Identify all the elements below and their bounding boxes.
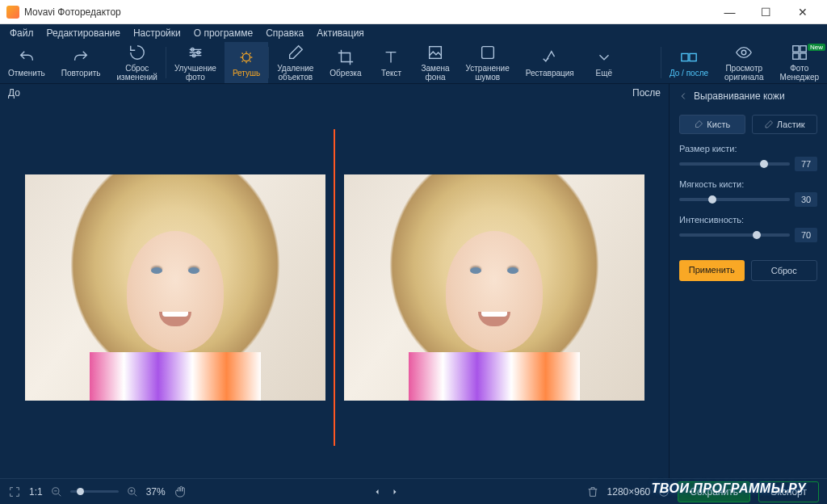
sidebar-reset-button[interactable]: Сброс (751, 260, 818, 281)
canvas-body[interactable] (0, 102, 669, 478)
restore-button[interactable]: Реставрация (518, 42, 582, 83)
text-label: Текст (381, 69, 401, 78)
slider-thumb[interactable] (708, 195, 716, 204)
chevron-down-icon (595, 48, 613, 66)
zoom-in-icon[interactable] (127, 486, 138, 498)
trash-icon[interactable] (586, 485, 599, 498)
intensity-slider: Интенсивность: 70 (679, 215, 817, 242)
zoom-slider[interactable] (70, 490, 119, 493)
save-button[interactable]: Сохранить (678, 481, 750, 502)
photo-manager-button[interactable]: New Фото Менеджер (771, 42, 827, 83)
content-area: До После (0, 84, 827, 478)
brush-size-track[interactable] (679, 162, 790, 166)
brush-tab[interactable]: Кисть (679, 115, 745, 134)
dimensions-label: 1280×960 (607, 486, 651, 498)
window-title: Movavi Фоторедактор (24, 6, 712, 18)
pan-hand-icon[interactable] (174, 485, 187, 498)
sidebar-title: Выравнивание кожи (694, 90, 785, 102)
reset-changes-button[interactable]: Сброс изменений (109, 42, 166, 83)
intensity-value: 70 (795, 228, 817, 242)
info-icon[interactable] (658, 486, 670, 498)
retouch-icon (237, 48, 255, 66)
slider-thumb[interactable] (753, 231, 761, 239)
menu-activation[interactable]: Активация (312, 25, 369, 41)
reset-label: Сброс изменений (117, 64, 157, 82)
menu-help[interactable]: Справка (261, 25, 309, 41)
object-removal-button[interactable]: Удаление объектов (269, 42, 321, 83)
back-arrow-icon (678, 90, 689, 102)
undo-label: Отменить (8, 69, 45, 78)
prev-icon[interactable] (372, 487, 382, 497)
menu-file[interactable]: Файл (5, 25, 39, 41)
before-after-button[interactable]: До / после (661, 42, 716, 83)
before-image (25, 174, 325, 401)
enhance-label: Улучшение фото (174, 64, 216, 82)
crop-label: Обрезка (330, 69, 361, 78)
view-original-button[interactable]: Просмотр оригинала (716, 42, 771, 83)
denoise-button[interactable]: Устранение шумов (458, 42, 518, 83)
text-icon (382, 48, 400, 66)
brush-size-slider: Размер кисти: 77 (679, 144, 817, 171)
svg-point-3 (242, 53, 250, 61)
menu-about[interactable]: О программе (189, 25, 258, 41)
after-pane (335, 129, 653, 446)
svg-rect-11 (792, 53, 798, 59)
statusbar: 1:1 37% 1280×960 Сохранить Экспорт ТВОИ.… (0, 478, 827, 504)
brush-size-label: Размер кисти: (679, 144, 817, 153)
intensity-label: Интенсивность: (679, 215, 817, 225)
undo-button[interactable]: Отменить (0, 42, 53, 83)
svg-rect-9 (792, 46, 798, 52)
eye-icon (735, 44, 753, 61)
sidebar-header[interactable]: Выравнивание кожи (670, 84, 827, 108)
menu-settings[interactable]: Настройки (128, 25, 186, 41)
titlebar: Movavi Фоторедактор — ☐ ✕ (0, 0, 827, 24)
next-icon[interactable] (390, 487, 400, 497)
enhance-button[interactable]: Улучшение фото (166, 42, 225, 83)
close-button[interactable]: ✕ (784, 0, 821, 24)
fullscreen-icon[interactable] (8, 485, 21, 498)
softness-track[interactable] (679, 198, 790, 201)
slider-thumb[interactable] (77, 488, 84, 495)
retouch-button[interactable]: Ретушь (225, 42, 268, 83)
denoise-icon (479, 44, 497, 61)
eraser-tab[interactable]: Ластик (752, 115, 818, 134)
brush-size-value: 77 (795, 157, 817, 171)
softness-label: Мягкость кисти: (679, 179, 817, 189)
before-after-label: До / после (670, 69, 708, 78)
crop-icon (337, 48, 355, 66)
manager-label: Фото Менеджер (779, 64, 819, 82)
softness-slider: Мягкость кисти: 30 (679, 179, 817, 207)
eraser-icon (287, 44, 304, 61)
undo-icon (18, 48, 36, 66)
sliders-group: Размер кисти: 77 Мягкость кисти: 30 Инте… (670, 141, 827, 254)
more-button[interactable]: Ещё (582, 42, 626, 83)
intensity-track[interactable] (679, 233, 790, 237)
before-after-icon (680, 48, 698, 66)
menubar: Файл Редактирование Настройки О программ… (0, 24, 827, 42)
apply-button[interactable]: Применить (679, 260, 745, 281)
window-controls: — ☐ ✕ (712, 0, 821, 24)
zoom-out-icon[interactable] (51, 486, 62, 498)
background-button[interactable]: Замена фона (413, 42, 457, 83)
ratio-label[interactable]: 1:1 (29, 486, 43, 498)
maximize-button[interactable]: ☐ (748, 0, 784, 24)
redo-button[interactable]: Повторить (53, 42, 109, 83)
after-label: После (632, 87, 661, 99)
noise-label: Устранение шумов (466, 64, 510, 82)
menu-edit[interactable]: Редактирование (42, 25, 125, 41)
canvas-area: До После (0, 84, 669, 478)
softness-value: 30 (795, 192, 817, 207)
brush-icon (694, 120, 703, 129)
restore-label: Реставрация (526, 69, 574, 78)
enhance-icon (187, 44, 204, 61)
brush-eraser-tabs: Кисть Ластик (670, 108, 827, 141)
minimize-button[interactable]: — (712, 0, 748, 24)
eraser-tab-label: Ластик (777, 120, 805, 129)
slider-thumb[interactable] (760, 160, 768, 168)
background-icon (426, 44, 444, 61)
text-button[interactable]: Текст (369, 42, 413, 83)
zoom-value: 37% (146, 486, 166, 498)
crop-button[interactable]: Обрезка (321, 42, 369, 83)
export-button[interactable]: Экспорт (758, 481, 819, 502)
grid-icon (791, 44, 808, 61)
